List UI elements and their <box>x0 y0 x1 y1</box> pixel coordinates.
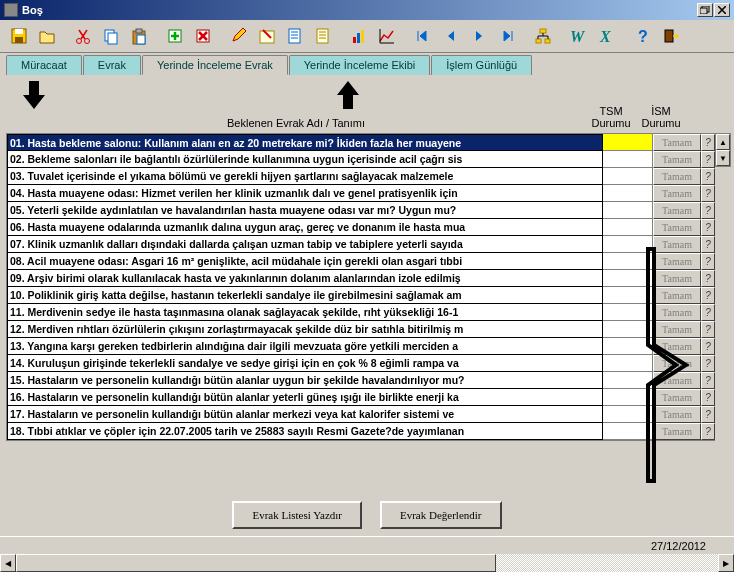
help-row-button[interactable]: ? <box>701 338 715 355</box>
excel-icon[interactable]: X <box>594 23 620 49</box>
chart1-icon[interactable] <box>346 23 372 49</box>
tab-islem-gunlugu[interactable]: İşlem Günlüğü <box>431 55 532 75</box>
table-row[interactable]: 10. Poliklinik giriş katta değilse, hast… <box>7 287 715 304</box>
help-row-button[interactable]: ? <box>701 389 715 406</box>
table-row[interactable]: 15. Hastaların ve personelin kullandığı … <box>7 372 715 389</box>
exit-icon[interactable] <box>658 23 684 49</box>
restore-button[interactable] <box>697 3 713 17</box>
tsm-cell[interactable] <box>603 372 653 389</box>
chart2-icon[interactable] <box>374 23 400 49</box>
edit-icon[interactable] <box>226 23 252 49</box>
ism-button[interactable]: Tamam <box>653 253 701 270</box>
scroll-down-button[interactable]: ▼ <box>716 150 730 166</box>
help-row-button[interactable]: ? <box>701 287 715 304</box>
tsm-cell[interactable] <box>603 134 653 151</box>
tsm-cell[interactable] <box>603 389 653 406</box>
close-button[interactable] <box>714 3 730 17</box>
table-row[interactable]: 07. Klinik uzmanlık dalları dışındaki da… <box>7 236 715 253</box>
last-icon[interactable] <box>494 23 520 49</box>
ism-button[interactable]: Tamam <box>653 287 701 304</box>
ism-button[interactable]: Tamam <box>653 372 701 389</box>
save-icon[interactable] <box>6 23 32 49</box>
horizontal-scrollbar[interactable]: ◀ ▶ <box>0 554 734 572</box>
tsm-cell[interactable] <box>603 406 653 423</box>
help-row-button[interactable]: ? <box>701 202 715 219</box>
cut-icon[interactable] <box>70 23 96 49</box>
tsm-cell[interactable] <box>603 287 653 304</box>
print-list-button[interactable]: Evrak Listesi Yazdır <box>232 501 362 529</box>
tsm-cell[interactable] <box>603 270 653 287</box>
help-row-button[interactable]: ? <box>701 168 715 185</box>
table-row[interactable]: 01. Hasta bekleme salonu: Kullanım alanı… <box>7 134 715 151</box>
ism-button[interactable]: Tamam <box>653 389 701 406</box>
ism-button[interactable]: Tamam <box>653 304 701 321</box>
tab-evrak[interactable]: Evrak <box>83 55 141 75</box>
ism-button[interactable]: Tamam <box>653 236 701 253</box>
edit2-icon[interactable] <box>254 23 280 49</box>
table-row[interactable]: 12. Merdiven rıhtları özürlülerin çıkışı… <box>7 321 715 338</box>
scroll-left-button[interactable]: ◀ <box>0 554 16 572</box>
open-icon[interactable] <box>34 23 60 49</box>
tree-icon[interactable] <box>530 23 556 49</box>
table-row[interactable]: 13. Yangına karşı gereken tedbirlerin al… <box>7 338 715 355</box>
table-row[interactable]: 05. Yeterli şekilde aydınlatılan ve hava… <box>7 202 715 219</box>
help-row-button[interactable]: ? <box>701 406 715 423</box>
ism-button[interactable]: Tamam <box>653 321 701 338</box>
table-row[interactable]: 02. Bekleme salonları ile bağlantılı özü… <box>7 151 715 168</box>
scroll-up-button[interactable]: ▲ <box>716 134 730 150</box>
help-row-button[interactable]: ? <box>701 423 715 440</box>
ism-button[interactable]: Tamam <box>653 338 701 355</box>
props-icon[interactable] <box>282 23 308 49</box>
tsm-cell[interactable] <box>603 338 653 355</box>
table-row[interactable]: 03. Tuvalet içerisinde el yıkama bölümü … <box>7 168 715 185</box>
paste-icon[interactable] <box>126 23 152 49</box>
list-icon[interactable] <box>310 23 336 49</box>
ism-button[interactable]: Tamam <box>653 185 701 202</box>
help-row-button[interactable]: ? <box>701 355 715 372</box>
help-row-button[interactable]: ? <box>701 372 715 389</box>
vertical-scrollbar[interactable]: ▲ ▼ <box>715 133 731 167</box>
table-row[interactable]: 16. Hastaların ve personelin kullandığı … <box>7 389 715 406</box>
delete-icon[interactable] <box>190 23 216 49</box>
table-row[interactable]: 04. Hasta muayene odası: Hizmet verilen … <box>7 185 715 202</box>
first-icon[interactable] <box>410 23 436 49</box>
tab-yerinde-inceleme-evrak[interactable]: Yerinde İnceleme Evrak <box>142 55 288 75</box>
next-icon[interactable] <box>466 23 492 49</box>
tsm-cell[interactable] <box>603 355 653 372</box>
hscroll-track[interactable] <box>496 554 718 572</box>
evaluate-button[interactable]: Evrak Değerlendir <box>380 501 502 529</box>
ism-button[interactable]: Tamam <box>653 151 701 168</box>
help-row-button[interactable]: ? <box>701 304 715 321</box>
ism-button[interactable]: Tamam <box>653 406 701 423</box>
table-row[interactable]: 06. Hasta muayene odalarında uzmanlık da… <box>7 219 715 236</box>
ism-button[interactable]: Tamam <box>653 168 701 185</box>
prev-icon[interactable] <box>438 23 464 49</box>
scroll-right-button[interactable]: ▶ <box>718 554 734 572</box>
word-icon[interactable]: W <box>566 23 592 49</box>
help-row-button[interactable]: ? <box>701 134 715 151</box>
table-row[interactable]: 08. Acil muayene odası: Asgari 16 m² gen… <box>7 253 715 270</box>
ism-button[interactable]: Tamam <box>653 355 701 372</box>
tsm-cell[interactable] <box>603 304 653 321</box>
tsm-cell[interactable] <box>603 185 653 202</box>
table-row[interactable]: 17. Hastaların ve personelin kullandığı … <box>7 406 715 423</box>
tsm-cell[interactable] <box>603 321 653 338</box>
scroll-thumb[interactable] <box>16 554 496 572</box>
help-row-button[interactable]: ? <box>701 321 715 338</box>
ism-button[interactable]: Tamam <box>653 202 701 219</box>
help-row-button[interactable]: ? <box>701 151 715 168</box>
tsm-cell[interactable] <box>603 236 653 253</box>
ism-button[interactable]: Tamam <box>653 219 701 236</box>
ism-button[interactable]: Tamam <box>653 270 701 287</box>
tsm-cell[interactable] <box>603 219 653 236</box>
copy-icon[interactable] <box>98 23 124 49</box>
table-row[interactable]: 09. Arşiv birimi olarak kullanılacak has… <box>7 270 715 287</box>
tab-yerinde-inceleme-ekibi[interactable]: Yerinde İnceleme Ekibi <box>289 55 431 75</box>
tsm-cell[interactable] <box>603 168 653 185</box>
help-row-button[interactable]: ? <box>701 236 715 253</box>
help-icon[interactable]: ? <box>630 23 656 49</box>
help-row-button[interactable]: ? <box>701 270 715 287</box>
help-row-button[interactable]: ? <box>701 185 715 202</box>
tsm-cell[interactable] <box>603 202 653 219</box>
tab-muracaat[interactable]: Müracaat <box>6 55 82 75</box>
